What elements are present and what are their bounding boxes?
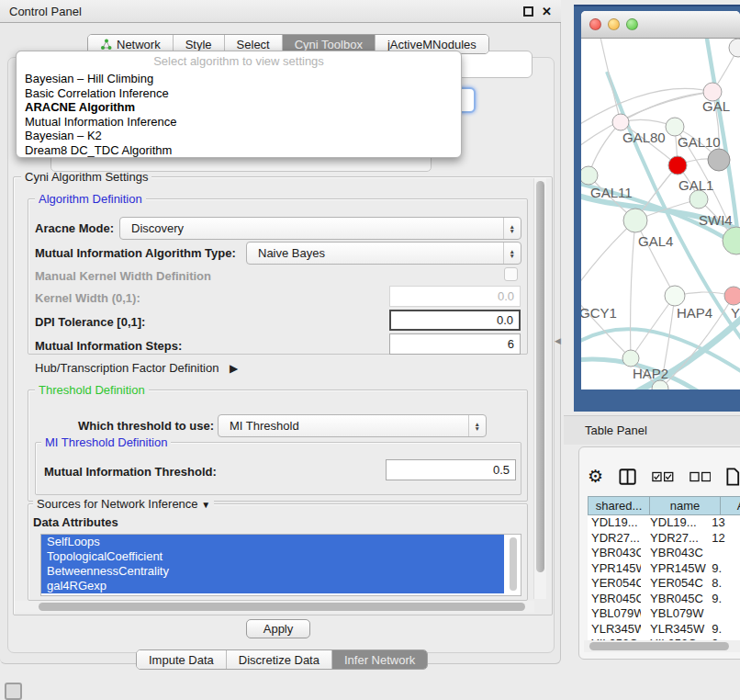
algorithm-option-selected[interactable]: ARACNE Algorithm xyxy=(17,100,461,115)
table-cell[interactable]: 9. xyxy=(706,592,740,607)
table-horizontal-scrollbar[interactable] xyxy=(584,640,740,652)
table-cell[interactable]: YDL19... xyxy=(588,515,641,531)
list-scrollbar-thumb[interactable] xyxy=(510,537,517,591)
table-cell[interactable] xyxy=(706,606,740,622)
algorithm-dropdown-placeholder: Select algorithm to view settings xyxy=(17,51,461,72)
tab-label: Infer Network xyxy=(344,653,415,667)
table-cell[interactable]: YBR043C xyxy=(588,546,641,561)
table-cell[interactable]: YBL079W xyxy=(641,606,706,622)
minimize-traffic-light-icon[interactable] xyxy=(608,18,620,30)
algorithm-option[interactable]: Bayesian – Hill Climbing xyxy=(17,72,461,86)
attribute-item-selected[interactable]: TopologicalCoefficient xyxy=(41,549,504,564)
splitter-collapse-icon[interactable]: ◀ xyxy=(555,336,561,345)
which-threshold-select[interactable]: MI Threshold ▲▼ xyxy=(218,414,487,437)
table-cell[interactable]: YLR345W xyxy=(588,622,641,638)
mi-threshold-label: Mutual Information Threshold: xyxy=(44,465,217,479)
node-label: GAL80 xyxy=(622,130,666,145)
network-node-gal10[interactable] xyxy=(666,118,684,136)
network-canvas[interactable]: GALGAL80GAL10GAL11GAL1GAL4SWI4GCY1HAP4YH… xyxy=(581,39,740,390)
algorithm-option[interactable]: Basic Correlation Inference xyxy=(17,86,461,101)
docked-panel-icon[interactable] xyxy=(5,683,22,700)
network-node-hap4[interactable] xyxy=(665,286,685,306)
table-cell[interactable]: 8. xyxy=(706,576,740,592)
table-row[interactable]: YER054CYER054C8. xyxy=(588,576,740,592)
network-node-gal11[interactable] xyxy=(581,166,598,185)
table-cell[interactable]: 9. xyxy=(706,622,740,638)
column-header[interactable]: A xyxy=(721,496,740,515)
algorithm-option[interactable]: Mutual Information Inference xyxy=(17,115,461,130)
apply-button[interactable]: Apply xyxy=(246,619,310,638)
table-row[interactable]: YDL19...YDL19...13 xyxy=(588,515,740,531)
table-cell[interactable]: YBL079W xyxy=(588,606,641,622)
network-window-titlebar[interactable] xyxy=(581,11,740,39)
network-node-y[interactable] xyxy=(724,287,740,305)
new-page-icon[interactable] xyxy=(726,467,740,487)
manual-kernel-checkbox[interactable] xyxy=(504,267,518,281)
network-node[interactable] xyxy=(708,149,730,171)
tab-impute-data[interactable]: Impute Data xyxy=(137,650,226,669)
table-cell[interactable]: YLR345W xyxy=(641,622,706,638)
scrollbar-thumb[interactable] xyxy=(536,181,544,572)
attribute-item-selected[interactable]: BetweennessCentrality xyxy=(41,564,504,579)
network-node[interactable] xyxy=(729,39,740,57)
select-all-checks-icon[interactable] xyxy=(652,471,674,482)
settings-horizontal-scrollbar[interactable] xyxy=(15,601,534,613)
float-panel-icon[interactable] xyxy=(523,6,533,17)
table-row[interactable]: YBL079WYBL079W xyxy=(588,606,740,622)
attribute-item-selected[interactable]: gal4RGexp xyxy=(41,579,504,593)
network-node-gal1[interactable] xyxy=(690,190,708,209)
network-node-gal4[interactable] xyxy=(623,209,647,232)
mi-steps-field[interactable]: 6 xyxy=(389,333,521,355)
attribute-item-selected[interactable]: SelfLoops xyxy=(41,535,504,549)
network-node-swi4[interactable] xyxy=(723,227,740,254)
column-header[interactable]: shared... xyxy=(588,496,650,515)
algorithm-option[interactable]: Dream8 DC_TDC Algorithm xyxy=(17,143,461,158)
hub-definition-expander[interactable]: Hub/Transcription Factor Definition ▶ xyxy=(35,361,238,375)
tab-infer-network[interactable]: Infer Network xyxy=(331,650,427,669)
scrollbar-thumb[interactable] xyxy=(589,642,729,650)
table-cell[interactable]: YER054C xyxy=(588,576,641,592)
deselect-all-boxes-icon[interactable] xyxy=(690,471,712,482)
tab-discretize-data[interactable]: Discretize Data xyxy=(226,650,331,669)
gear-icon[interactable]: ⚙ xyxy=(588,468,603,486)
table-cell[interactable]: YDR27... xyxy=(641,531,706,547)
network-node-hap2[interactable] xyxy=(622,350,639,367)
table-cell[interactable]: 13 xyxy=(706,515,740,531)
table-cell[interactable]: 9. xyxy=(706,561,740,577)
mi-type-select[interactable]: Naive Bayes ▲▼ xyxy=(246,242,521,265)
dpi-tolerance-field[interactable]: 0.0 xyxy=(389,310,521,331)
table-row[interactable]: YBR043CYBR043C xyxy=(588,546,740,561)
network-node[interactable] xyxy=(668,156,687,175)
node-label: HAP2 xyxy=(633,366,668,381)
table-row[interactable]: YPR145WYPR145W9. xyxy=(588,561,740,577)
table-cell[interactable]: 12 xyxy=(706,531,740,547)
algorithm-option[interactable]: Bayesian – K2 xyxy=(17,129,461,143)
table-cell[interactable]: YBR045C xyxy=(641,592,706,607)
settings-vertical-scrollbar[interactable] xyxy=(533,178,546,599)
table-cell[interactable]: YPR145W xyxy=(641,561,706,577)
table-cell[interactable]: YBR045C xyxy=(588,592,641,607)
table-row[interactable]: YLR345WYLR345W9. xyxy=(588,622,740,638)
table-cell[interactable]: YDR27... xyxy=(588,531,641,547)
table-cell[interactable]: YDL19... xyxy=(641,515,706,531)
threshold-definition-title: Threshold Definition xyxy=(35,383,149,397)
network-node-gal80[interactable] xyxy=(612,114,629,130)
table-row[interactable]: YBR045CYBR045C9. xyxy=(588,592,740,607)
scrollbar-thumb[interactable] xyxy=(39,603,525,611)
close-traffic-light-icon[interactable] xyxy=(589,18,601,30)
split-columns-icon[interactable] xyxy=(619,468,636,486)
node-label: Y xyxy=(731,305,740,321)
data-attributes-list[interactable]: SelfLoops TopologicalCoefficient Between… xyxy=(40,534,521,596)
zoom-traffic-light-icon[interactable] xyxy=(626,18,638,30)
kernel-width-field[interactable]: 0.0 xyxy=(389,286,521,307)
column-header[interactable]: name xyxy=(650,496,721,515)
table-cell[interactable]: YPR145W xyxy=(588,561,641,577)
table-row[interactable]: YDR27...YDR27...12 xyxy=(588,531,740,547)
table-cell[interactable]: YBR043C xyxy=(641,546,706,561)
aracne-mode-select[interactable]: Discovery ▲▼ xyxy=(119,217,521,240)
table-cell[interactable]: YER054C xyxy=(641,576,706,592)
table-cell[interactable] xyxy=(706,546,740,561)
mi-threshold-field[interactable]: 0.5 xyxy=(386,459,516,480)
sources-group-title[interactable]: Sources for Network Inference ▼ xyxy=(33,497,214,511)
close-icon[interactable]: ✕ xyxy=(542,6,552,17)
